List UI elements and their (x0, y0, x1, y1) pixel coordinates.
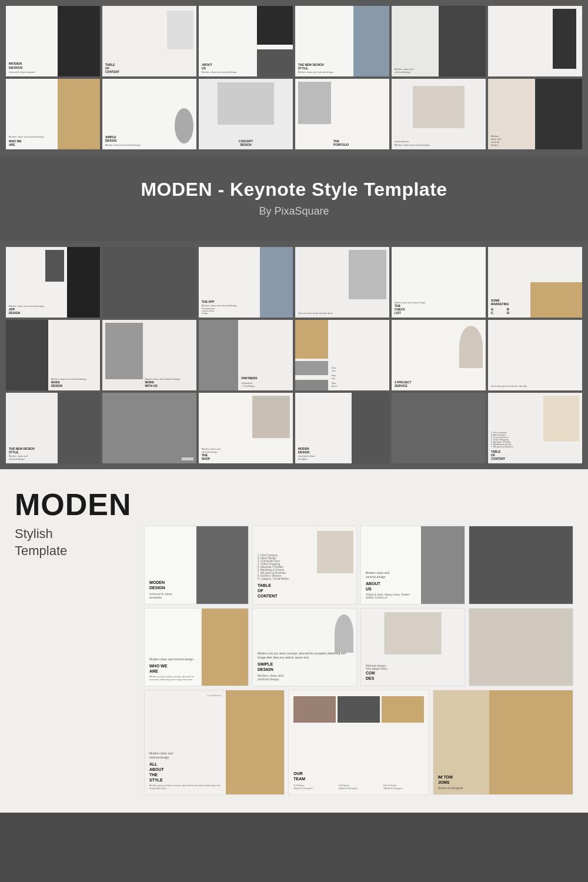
showcase-slide[interactable]: MODENDESIGN minimal & cleantemplate. (144, 526, 249, 604)
slide-thumb[interactable]: minimalismus Modern clean and minimal de… (392, 79, 486, 149)
showcase-grid-3: Modern clean andminimal design. ALLABOUT… (144, 690, 573, 795)
showcase-slide[interactable]: Modern clean andminimal design. ABOUTUS … (360, 526, 465, 604)
slide-thumb[interactable]: PARTNERS ● Baseline ⬡ FoxPlayer (199, 320, 293, 390)
middle-slide-grid-2: Modern clean and minimal design. MAKEDES… (6, 320, 582, 390)
slide-thumb[interactable]: Modern clean and minimal design. WORKWIT… (102, 320, 196, 390)
slide-thumb[interactable]: Modern clean andminimal design. THESHOP (199, 393, 293, 463)
slide-thumb[interactable]: Modernclean andminimaldesign. (488, 79, 582, 149)
slide-thumb[interactable]: Some description text here for this slid… (488, 320, 582, 390)
subtitle: By PixaSquare (12, 205, 576, 218)
showcase-slide[interactable]: Minimals designshere always clean... CON… (360, 608, 465, 687)
slide-thumb[interactable]: SOMEMARKETING A. B. C. D. (488, 247, 582, 318)
showcase-slide[interactable]: 1. Find Company2. About Design3. Connect… (252, 526, 357, 604)
showcase-grid-2: Modern clean and minimal design. WHO WEA… (144, 608, 573, 687)
slide-thumb[interactable] (102, 393, 196, 463)
slide-thumb[interactable]: Modern clean and minimal design. APPDESI… (6, 247, 100, 318)
slide-thumb[interactable] (102, 247, 196, 318)
middle-slide-grid-1: Modern clean and minimal design. APPDESI… (6, 247, 582, 318)
slide-thumb[interactable]: THE NEW DESIGNSTYLE. Modern clean and mi… (295, 6, 389, 76)
showcase-slide[interactable] (469, 526, 573, 604)
main-title: MODEN - Keynote Style Template (12, 179, 576, 201)
slide-thumb[interactable]: MODENDESIGN minimal & clean template. (6, 6, 100, 76)
slide-thumb[interactable] (488, 6, 582, 76)
slide-thumb[interactable]: TABLEOFCONTENT (102, 6, 196, 76)
middle-slide-grid-3: THE NEW DESIGNSTYLE. Modern clean andmin… (6, 393, 582, 463)
top-slide-grid: MODENDESIGN minimal & clean template. TA… (6, 6, 582, 149)
showcase-slide[interactable]: Modern you put clean concept, alround th… (252, 608, 357, 687)
bottom-section: MODEN StylishTemplate MODENDESIGN minima… (0, 469, 588, 813)
brand-title: MODEN (15, 487, 573, 522)
showcase-grid-1: MODENDESIGN minimal & cleantemplate. 1. … (144, 526, 573, 604)
showcase-slide-our-team[interactable]: OURTEAM Full NameStylish & Designer Full… (288, 690, 429, 795)
slide-thumb[interactable]: ABOUTUS Modern clean and minimal design. (199, 6, 293, 76)
slide-thumb[interactable]: SIMPLEDESIGN Modern clean and minimal de… (102, 79, 196, 149)
slide-thumb[interactable]: Modern clean and minimal design. MAKEDES… (6, 320, 100, 390)
slide-thumb[interactable]: Some text here for the checklist items (295, 247, 389, 318)
slide-thumb[interactable]: 1. First Company2. About Design3. Connec… (488, 393, 582, 463)
slide-thumb[interactable]: Modern clean and minimal design. THECHEC… (392, 247, 486, 318)
slide-thumb[interactable]: Ranone Rantwo Ranthree (295, 320, 389, 390)
slide-thumb[interactable]: Modern clean and minimal design. WHO WEA… (6, 79, 100, 149)
slide-thumb[interactable]: A PROJECTSERVICE (392, 320, 486, 390)
slide-thumb[interactable]: Modern clean andminimal design. (392, 6, 486, 76)
slide-thumb[interactable] (392, 393, 486, 463)
slide-thumb[interactable]: CONCEPTDESIGN (199, 79, 293, 149)
brand-tagline: StylishTemplate (15, 526, 144, 559)
slide-thumb[interactable]: THEPORFOLIO (295, 79, 389, 149)
showcase-slide[interactable] (469, 608, 573, 687)
showcase-slide-all-about-style[interactable]: Modern clean andminimal design. ALLABOUT… (144, 690, 285, 795)
top-grid-section: MODENDESIGN minimal & clean template. TA… (0, 0, 588, 155)
showcase-slide[interactable]: Modern clean and minimal design. WHO WEA… (144, 608, 249, 687)
title-section: MODEN - Keynote Style Template By PixaSq… (0, 155, 588, 241)
slide-thumb[interactable]: MODENDESIGN minimal & cleantemplate. (295, 393, 389, 463)
slide-thumb[interactable]: THE NEW DESIGNSTYLE. Modern clean andmin… (6, 393, 100, 463)
slide-thumb[interactable]: THE APP Modern clean and minimal design.… (199, 247, 293, 318)
showcase-slide-tom-joms[interactable]: IM TOMJOMS Stylist & Designer (433, 690, 573, 795)
middle-grid-section: Modern clean and minimal design. APPDESI… (0, 241, 588, 469)
